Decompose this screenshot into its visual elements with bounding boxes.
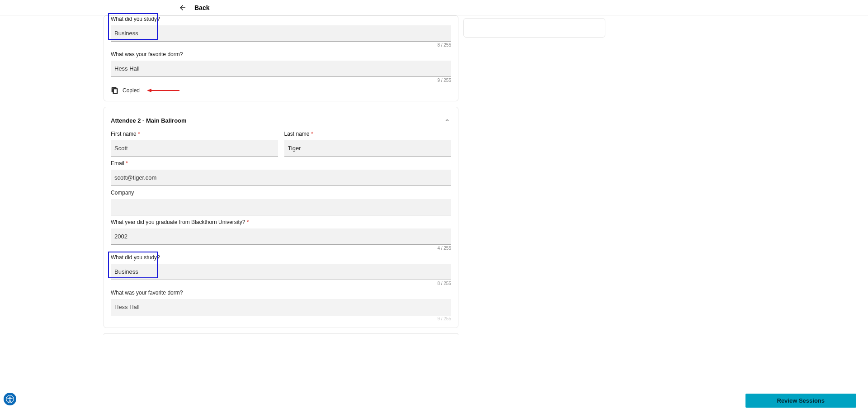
annotation-arrow-icon	[147, 87, 179, 94]
study-counter: 8 / 255	[111, 43, 451, 48]
first-name-label: First name *	[111, 131, 278, 137]
chevron-up-icon[interactable]	[443, 116, 451, 124]
company-label: Company	[111, 190, 451, 196]
email-label-text: Email	[111, 160, 126, 166]
page-header: Back	[0, 0, 868, 15]
back-arrow-icon[interactable]	[178, 3, 187, 12]
copied-label: Copied	[123, 87, 140, 94]
dorm-label-2: What was your favorite dorm?	[111, 290, 451, 296]
attendee-2-header[interactable]: Attendee 2 - Main Ballroom	[104, 107, 458, 127]
attendee-2-title: Attendee 2 - Main Ballroom	[111, 117, 187, 124]
study-label-2: What did you study?	[111, 254, 451, 261]
study-field-label: What did you study?	[111, 16, 451, 22]
grad-year-input[interactable]	[111, 228, 451, 245]
email-input[interactable]	[111, 170, 451, 186]
attendee-1-card: What did you study? 8 / 255 What was you…	[104, 15, 458, 101]
dorm-input-2[interactable]	[111, 299, 451, 315]
last-name-input[interactable]	[284, 140, 452, 157]
required-star: *	[311, 131, 313, 137]
svg-marker-1	[147, 89, 151, 92]
required-star: *	[247, 219, 249, 225]
copy-icon[interactable]	[111, 86, 119, 95]
grad-year-label-text: What year did you graduate from Blacktho…	[111, 219, 247, 225]
company-input[interactable]	[111, 199, 451, 215]
dorm-counter: 9 / 255	[111, 78, 451, 83]
required-star: *	[138, 131, 140, 137]
grad-year-counter: 4 / 255	[111, 246, 451, 251]
copied-row: Copied	[111, 86, 451, 95]
study-input[interactable]	[111, 25, 451, 42]
back-button-label[interactable]: Back	[194, 4, 209, 11]
last-name-label: Last name *	[284, 131, 452, 137]
last-name-label-text: Last name	[284, 131, 311, 137]
sidebar-summary-card	[463, 18, 605, 38]
dorm-field-label: What was your favorite dorm?	[111, 51, 451, 57]
attendee-3-card-stub	[104, 333, 458, 335]
page-content: What did you study? 8 / 255 What was you…	[0, 15, 868, 359]
study-input-2[interactable]	[111, 264, 451, 280]
attendee-2-card: Attendee 2 - Main Ballroom First name * …	[104, 107, 458, 328]
dorm-counter-2: 9 / 255	[111, 316, 451, 321]
first-name-label-text: First name	[111, 131, 138, 137]
required-star: *	[126, 160, 128, 166]
study-counter-2: 8 / 255	[111, 281, 451, 286]
first-name-input[interactable]	[111, 140, 278, 157]
grad-year-label: What year did you graduate from Blacktho…	[111, 219, 451, 225]
dorm-input[interactable]	[111, 61, 451, 77]
email-label: Email *	[111, 160, 451, 166]
